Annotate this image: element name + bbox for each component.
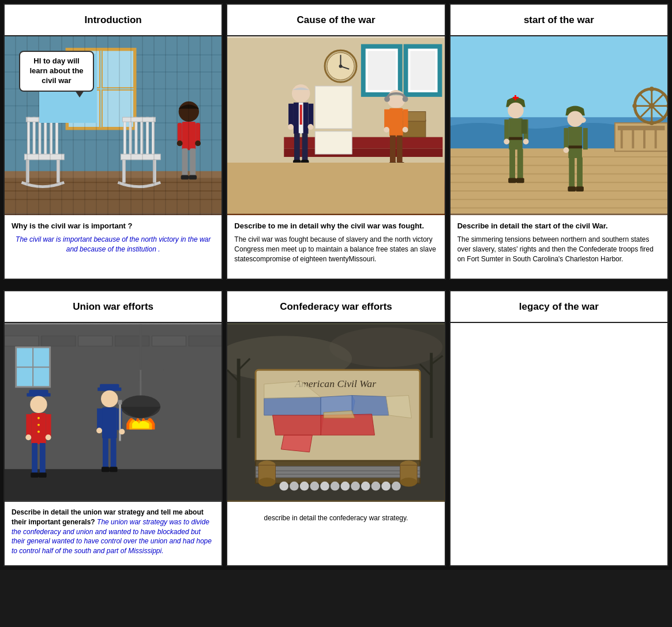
svg-rect-168 [40, 443, 46, 474]
svg-rect-116 [515, 95, 516, 100]
svg-rect-143 [42, 336, 76, 346]
svg-rect-39 [178, 123, 182, 142]
svg-rect-184 [110, 467, 118, 472]
speech-bubble: HI to day will learn about the civil war [19, 51, 94, 92]
svg-rect-46 [189, 175, 197, 179]
svg-rect-17 [27, 117, 29, 157]
svg-point-162 [37, 430, 40, 433]
svg-rect-40 [196, 123, 200, 142]
answer-introduction: The civil war is important because of th… [12, 235, 215, 254]
svg-point-82 [384, 127, 390, 133]
svg-rect-88 [227, 163, 444, 213]
svg-rect-163 [26, 414, 31, 437]
svg-rect-73 [302, 133, 308, 162]
text-union: Describe in detail the union war strateg… [5, 502, 222, 565]
svg-rect-85 [397, 136, 403, 164]
svg-rect-9 [102, 50, 134, 88]
text-start: Describe in detail the start of the civi… [450, 215, 667, 279]
svg-rect-19 [39, 117, 41, 157]
svg-rect-27 [123, 117, 126, 157]
text-cause: Describe to me in detail why the civil w… [227, 215, 444, 279]
main-grid: Introduction HI to day will learn about … [0, 0, 672, 570]
svg-rect-120 [504, 119, 509, 141]
svg-rect-102 [632, 126, 634, 148]
svg-point-111 [650, 87, 654, 91]
svg-point-135 [563, 147, 569, 153]
cell-confederacy: Confederacy war efforts Americ [226, 290, 445, 566]
scene-union [5, 323, 222, 502]
cell-union: Union war efforts [3, 290, 223, 566]
cell-cause: Cause of the war [226, 3, 445, 280]
svg-rect-130 [568, 127, 582, 158]
svg-point-71 [308, 124, 314, 130]
svg-point-212 [341, 482, 350, 491]
svg-rect-59 [284, 148, 443, 157]
svg-rect-30 [141, 117, 143, 157]
svg-point-187 [329, 328, 443, 367]
svg-rect-29 [135, 117, 137, 157]
text-confederacy: describe in detail the confederacy war s… [227, 502, 444, 565]
svg-rect-36 [153, 160, 156, 182]
svg-point-210 [320, 482, 329, 491]
svg-point-64 [292, 84, 310, 102]
svg-point-205 [400, 478, 417, 487]
cell-introduction: Introduction HI to day will learn about … [3, 3, 223, 280]
svg-rect-137 [577, 157, 583, 189]
svg-rect-126 [508, 178, 516, 183]
svg-point-177 [96, 428, 102, 434]
svg-rect-38 [182, 122, 196, 150]
svg-rect-18 [33, 117, 35, 157]
svg-rect-146 [152, 336, 186, 346]
svg-point-123 [523, 139, 528, 145]
question-introduction: Why is the civil war is important ? [12, 221, 215, 231]
header-introduction: Introduction [5, 5, 222, 36]
svg-rect-24 [24, 154, 64, 160]
scene-introduction: HI to day will learn about the civil war [5, 36, 222, 215]
svg-point-165 [25, 434, 31, 440]
svg-point-180 [119, 429, 125, 434]
svg-point-215 [371, 482, 381, 491]
answer-confederacy: describe in detail the confederacy war s… [234, 508, 437, 523]
svg-rect-179 [118, 400, 122, 404]
scene-start [450, 36, 667, 215]
scene-legacy [450, 323, 667, 502]
svg-rect-178 [119, 401, 121, 441]
svg-rect-182 [111, 437, 117, 468]
svg-rect-31 [147, 117, 149, 157]
svg-point-213 [351, 482, 361, 491]
svg-rect-81 [403, 110, 408, 129]
svg-point-217 [392, 482, 401, 491]
svg-point-112 [650, 121, 654, 125]
svg-rect-55 [368, 51, 396, 90]
svg-rect-91 [450, 148, 667, 213]
header-start: start of the war [450, 5, 667, 36]
svg-rect-144 [78, 336, 112, 346]
svg-rect-147 [189, 336, 222, 346]
svg-rect-79 [389, 108, 403, 137]
svg-point-173 [101, 391, 118, 407]
svg-point-158 [30, 396, 47, 413]
svg-rect-80 [385, 110, 390, 129]
svg-rect-11 [102, 90, 134, 127]
svg-rect-136 [569, 157, 575, 189]
svg-rect-34 [121, 154, 160, 160]
svg-point-160 [37, 417, 40, 419]
svg-rect-128 [521, 119, 527, 134]
svg-rect-175 [97, 408, 102, 430]
svg-rect-16 [5, 171, 222, 178]
answer-cause: The civil war was fought because of slav… [234, 235, 437, 264]
svg-rect-197 [256, 466, 420, 478]
svg-rect-63 [316, 132, 352, 154]
svg-point-42 [195, 141, 201, 147]
svg-rect-145 [115, 336, 149, 346]
scene-confederacy: American Civil War [227, 323, 444, 502]
svg-rect-118 [509, 118, 523, 149]
svg-rect-21 [50, 117, 52, 157]
text-introduction: Why is the civil war is important ? The … [5, 215, 222, 279]
svg-rect-174 [102, 407, 117, 438]
svg-rect-26 [57, 160, 59, 182]
svg-point-216 [382, 482, 391, 491]
question-cause: Describe to me in detail why the civil w… [234, 221, 437, 231]
svg-point-134 [579, 117, 586, 123]
svg-rect-183 [102, 467, 110, 472]
